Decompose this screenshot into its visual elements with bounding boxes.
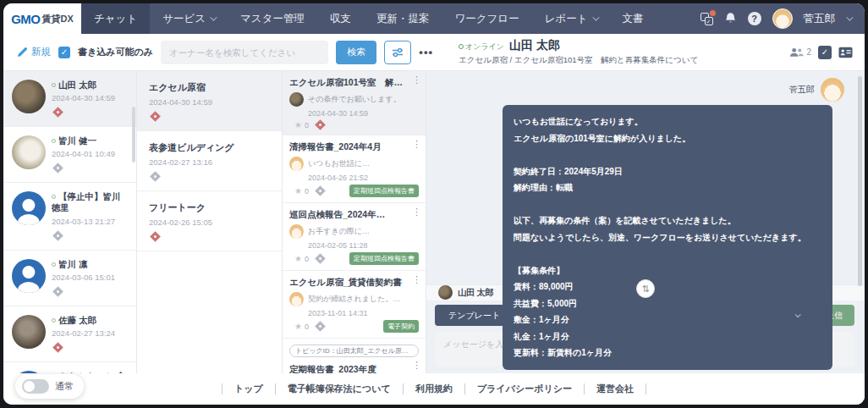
footer-link-ebook-law[interactable]: 電子帳簿保存法について [276,383,403,395]
agent-badge-icon [52,163,63,174]
chat-topic-breadcrumb: エクセル原宿 / エクセル原宿101号室 解約と再募集条件について [459,55,789,66]
topic-item[interactable]: ⋮ トピックID：山田太郎_エクセル原宿_定期報告書 定期報告書_2023年度 … [283,339,426,373]
nav-workflow[interactable]: ワークフロー [442,3,531,34]
app-logo[interactable]: GMO 賃貸DX [3,3,81,34]
nav-service[interactable]: サービス [150,3,228,34]
footer-link-top[interactable]: トップ [222,383,275,395]
main-nav: チャット サービス マスター管理 収支 更新・提案 ワークフロー レポート 文書 [81,3,687,34]
avatar [289,224,304,239]
topic-item[interactable]: ⋮ エクセル原宿101号室 解約と再募… その条件でお願いします。 2024-0… [283,71,426,135]
tasks-icon[interactable]: ✓ [700,13,713,25]
more-menu-icon[interactable]: ••• [419,46,433,58]
contact-item[interactable]: 佐藤 太郎 2024-02-27 13:24 [3,306,136,362]
avatar [438,285,453,300]
kebab-menu-icon[interactable]: ⋮ [412,207,421,217]
owner-search-input[interactable] [161,41,328,64]
nav-chat[interactable]: チャット [81,3,150,34]
message-sender: 菅五郎 [789,84,815,96]
contact-item[interactable]: タナカホームズ不動産株式会社 代表取締役社長 田中一郎 [3,362,136,373]
agent-badge-icon [150,111,161,122]
agent-badge-icon [150,171,161,182]
chat-header: オンライン 山田 太郎 エクセル原宿 / エクセル原宿101号室 解約と再募集条… [443,34,865,70]
topic-item[interactable]: ⋮ 巡回点検報告_2024年… お手すきの際に… 2024-02-05 11:2… [283,203,426,271]
scrollbar[interactable] [858,76,862,286]
avatar [12,80,46,113]
agent-badge-icon [315,185,326,196]
nav-income-expense[interactable]: 収支 [317,3,364,34]
main-area: 山田 太郎 2024-04-30 14:59 皆川 健一 2024-04-01 … [3,71,865,373]
contact-item[interactable]: 山田 太郎 2024-04-30 14:59 [3,71,136,127]
kebab-menu-icon[interactable]: ⋮ [412,275,421,284]
people-icon [789,47,804,58]
avatar [289,92,304,107]
chevron-down-icon[interactable] [846,14,853,20]
rooms-column: エクセル原宿 2024-04-30 14:59 表参道ビルディング 2024-0… [137,71,283,373]
filter-button[interactable] [384,41,411,64]
members-count[interactable]: 2 [789,47,811,58]
agent-badge-icon [52,342,63,353]
contact-item[interactable]: 皆川 凛 2024-03-06 15:01 [3,251,136,306]
toggle-switch[interactable] [22,379,49,394]
contact-item[interactable]: 皆川 健一 2024-04-01 10:49 [3,127,136,183]
status-dot-icon [52,318,56,323]
footer-link-privacy[interactable]: プライバシーポリシー [465,383,584,395]
star-icon[interactable]: ★ [294,322,302,331]
resize-handle[interactable]: ⇅ [636,279,655,298]
nav-master-management[interactable]: マスター管理 [228,3,317,34]
new-button[interactable]: 新規 [17,46,51,58]
footer-link-company[interactable]: 運営会社 [585,383,646,395]
report-tag: 定期巡回点検報告書 [349,252,419,265]
online-status: オンライン [459,41,504,52]
username[interactable]: 菅五郎 [804,12,836,26]
agent-badge-icon [315,119,326,130]
scrollbar[interactable] [132,107,135,163]
id-card-icon[interactable] [838,47,853,58]
message-list: 菅五郎 いつもお世話になっております。 エクセル原宿の101号室に解約が入りまし… [426,71,865,284]
agent-badge-icon [315,253,326,264]
star-icon[interactable]: ★ [294,254,302,263]
chat-panel: 菅五郎 いつもお世話になっております。 エクセル原宿の101号室に解約が入りまし… [426,71,865,373]
topic-id-label: トピックID：山田太郎_エクセル原宿_定期報告書 [289,345,419,357]
kebab-menu-icon[interactable]: ⋮ [412,361,421,370]
contact-item[interactable]: 【停止中】皆川 徳里 2024-03-13 21:27 [3,183,136,250]
user-avatar[interactable] [772,8,793,29]
agent-badge-icon [52,230,63,241]
room-item[interactable]: 表参道ビルディング 2024-02-27 13:16 [137,131,282,191]
topics-column: ⋮ エクセル原宿101号室 解約と再募… その条件でお願いします。 2024-0… [283,71,426,373]
chevron-down-icon [592,14,599,20]
kebab-menu-icon[interactable]: ⋮ [412,140,421,149]
task-check-icon[interactable]: ✓ [818,46,832,59]
topic-item[interactable]: ⋮ 清掃報告書_2024年4月 いつもお世話に… 2024-04-26 21:5… [283,135,426,203]
star-icon[interactable]: ★ [294,120,302,130]
help-icon[interactable]: ? [748,12,761,25]
logo-suffix: 賃貸DX [42,13,74,25]
bell-icon[interactable] [724,12,737,25]
nav-report[interactable]: レポート [532,3,610,34]
agent-badge-icon [315,321,326,332]
toolbar-row: 新規 ✓ 書き込み可能のみ 検索 ••• オンライン 山田 太郎 エクセル原宿 … [3,34,865,71]
sliders-icon [392,47,404,58]
topic-item[interactable]: ⋮ エクセル原宿_賃貸借契約書 契約が締結されました。… 2023-11-01 … [283,271,426,339]
search-button[interactable]: 検索 [336,41,376,64]
status-dot-icon [52,195,56,199]
nav-document[interactable]: 文書 [610,3,656,34]
writable-only-checkbox[interactable]: ✓ [58,47,70,58]
nav-renewal-proposal[interactable]: 更新・提案 [364,3,442,34]
status-dot-icon [52,83,56,87]
agent-badge-icon [150,231,161,242]
avatar [12,259,46,293]
writable-only-label: 書き込み可能のみ [78,46,153,58]
avatar [12,135,46,169]
list-toolbar: 新規 ✓ 書き込み可能のみ 検索 ••• [3,34,443,70]
contacts-column: 山田 太郎 2024-04-30 14:59 皆川 健一 2024-04-01 … [3,71,137,373]
notification-dot [710,10,716,16]
display-mode-toggle[interactable]: 通常 [15,374,84,399]
online-dot-icon [459,44,464,49]
footer-link-terms[interactable]: 利用規約 [404,383,464,395]
star-icon[interactable]: ★ [294,186,302,196]
room-item[interactable]: フリートーク 2024-02-26 15:05 [137,191,282,251]
kebab-menu-icon[interactable]: ⋮ [412,75,421,85]
app-window: GMO 賃貸DX チャット サービス マスター管理 収支 更新・提案 ワークフロ… [3,3,865,405]
sender-avatar [821,78,844,102]
room-item[interactable]: エクセル原宿 2024-04-30 14:59 [137,71,282,131]
